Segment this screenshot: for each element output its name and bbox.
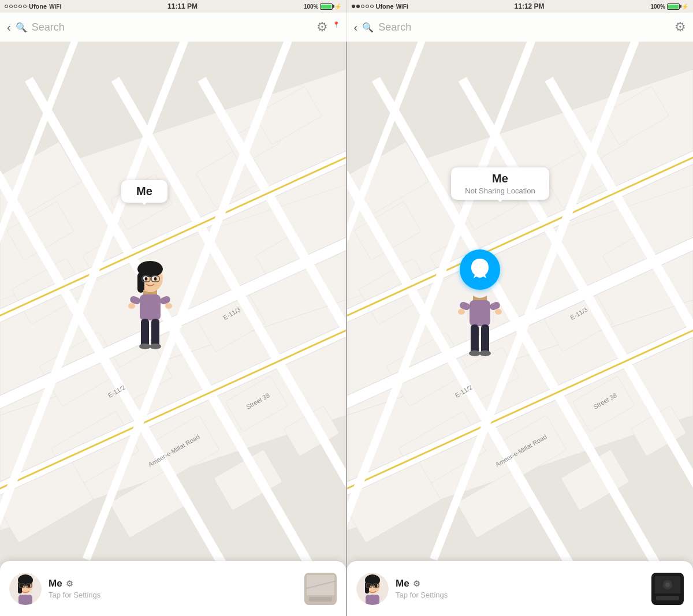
svg-point-122 [458, 309, 465, 315]
left-time: 11:11 PM [167, 2, 198, 10]
signal-dot-r3 [361, 5, 364, 8]
svg-point-132 [368, 584, 371, 588]
right-battery-percent: 100% [650, 3, 665, 10]
left-card-thumbnail [304, 573, 337, 605]
right-back-button[interactable]: ‹ [354, 21, 358, 34]
left-signal [5, 5, 27, 8]
right-battery-icon [667, 3, 680, 10]
right-wifi-icon: WiFi [396, 3, 408, 10]
signal-dot-r4 [366, 5, 369, 8]
signal-dot-1 [5, 5, 8, 8]
snapchat-ghost-icon [460, 249, 500, 290]
svg-rect-142 [656, 596, 679, 600]
left-card-name: Me ⚙ [49, 578, 297, 589]
svg-rect-119 [470, 300, 490, 326]
right-status-right: 100% ⚡ [650, 3, 688, 10]
left-card-info: Me ⚙ Tap for Settings [49, 578, 297, 599]
svg-rect-57 [151, 319, 159, 348]
right-card-name: Me ⚙ [396, 578, 644, 589]
svg-rect-51 [140, 294, 161, 320]
left-charging-icon: ⚡ [334, 3, 341, 10]
left-card-gear-icon[interactable]: ⚙ [66, 579, 73, 588]
left-map-panel[interactable]: E-11/3 E-11/2 Street 38 Ameer-e-Millat R… [0, 42, 346, 616]
left-status-right: 100% ⚡ [304, 3, 342, 10]
svg-point-133 [375, 584, 378, 588]
right-tooltip[interactable]: Me Not Sharing Location [451, 167, 549, 200]
svg-point-65 [28, 584, 31, 588]
signal-dot-2 [9, 5, 13, 8]
svg-rect-43 [137, 272, 144, 293]
svg-point-58 [139, 344, 151, 349]
right-card-subtitle: Tap for Settings [396, 591, 644, 599]
svg-rect-137 [366, 595, 379, 605]
left-card-subtitle: Tap for Settings [49, 591, 297, 599]
svg-point-64 [21, 584, 24, 588]
right-map-svg: E-11/3 E-11/2 Street 38 Ameer-e-Millat R… [347, 42, 693, 616]
left-battery-percent: 100% [304, 3, 319, 10]
right-search-bar: ‹ 🔍 Search ⚙ [347, 13, 694, 42]
right-bottom-card[interactable]: Me ⚙ Tap for Settings [347, 561, 693, 616]
left-search-input[interactable]: Search [32, 21, 312, 33]
left-bitmoji-character [127, 261, 173, 353]
left-battery-icon [320, 3, 333, 10]
right-bitmoji-character [457, 255, 503, 359]
svg-point-46 [145, 277, 148, 281]
left-wifi-icon: WiFi [49, 3, 61, 10]
svg-rect-125 [481, 324, 489, 354]
right-carrier: Ufone [376, 3, 394, 10]
svg-point-123 [495, 309, 502, 315]
left-tooltip[interactable]: Me [121, 180, 167, 203]
right-time: 11:12 PM [515, 2, 545, 10]
left-tooltip-name: Me [129, 185, 159, 198]
right-search-icon: 🔍 [362, 22, 374, 33]
left-location-pin: 📍 [333, 21, 340, 28]
left-settings-icon[interactable]: ⚙ [316, 20, 328, 35]
signal-dot-r2 [356, 5, 360, 8]
svg-point-126 [469, 350, 480, 356]
left-search-bar: ‹ 🔍 Search ⚙ 📍 [0, 13, 346, 42]
svg-point-47 [154, 277, 157, 281]
right-tooltip-subtitle: Not Sharing Location [459, 186, 541, 195]
svg-point-59 [150, 344, 161, 349]
left-carrier: Ufone [29, 3, 47, 10]
signal-dot-4 [18, 5, 22, 8]
svg-point-54 [128, 303, 135, 309]
right-card-info: Me ⚙ Tap for Settings [396, 578, 644, 599]
right-signal [352, 5, 374, 8]
svg-rect-56 [141, 319, 149, 348]
right-status-left: Ufone WiFi [352, 3, 408, 10]
main-area: E-11/3 E-11/2 Street 38 Ameer-e-Millat R… [0, 42, 693, 616]
right-charging-icon: ⚡ [681, 3, 688, 10]
right-card-thumbnail [651, 573, 684, 605]
search-bars: ‹ 🔍 Search ⚙ 📍 ‹ 🔍 Search ⚙ [0, 13, 693, 42]
right-tooltip-name: Me [459, 172, 541, 185]
signal-dot-r1 [352, 5, 355, 8]
svg-rect-124 [471, 324, 479, 354]
left-card-avatar [9, 573, 42, 605]
svg-rect-69 [18, 595, 32, 605]
left-status-left: Ufone WiFi [5, 3, 61, 10]
right-settings-icon[interactable]: ⚙ [675, 20, 686, 35]
left-search-icon: 🔍 [16, 22, 27, 33]
svg-point-127 [479, 350, 491, 356]
right-status-bar: Ufone WiFi 11:12 PM 100% ⚡ [347, 0, 694, 13]
left-status-bar: Ufone WiFi 11:11 PM 100% ⚡ [0, 0, 346, 13]
signal-dot-r5 [370, 5, 374, 8]
right-search-input[interactable]: Search [378, 21, 670, 33]
left-back-button[interactable]: ‹ [7, 21, 11, 34]
right-card-gear-icon[interactable]: ⚙ [413, 579, 420, 588]
svg-point-141 [665, 583, 670, 587]
left-bottom-card[interactable]: Me ⚙ Tap for Settings [0, 561, 346, 616]
svg-rect-73 [309, 597, 332, 602]
signal-dot-3 [14, 5, 17, 8]
right-card-avatar [356, 573, 389, 605]
svg-point-55 [165, 303, 172, 309]
signal-dot-5 [23, 5, 27, 8]
right-map-panel[interactable]: E-11/3 E-11/2 Street 38 Ameer-e-Millat R… [347, 42, 693, 616]
status-bars: Ufone WiFi 11:11 PM 100% ⚡ Ufone WiFi 11… [0, 0, 693, 13]
